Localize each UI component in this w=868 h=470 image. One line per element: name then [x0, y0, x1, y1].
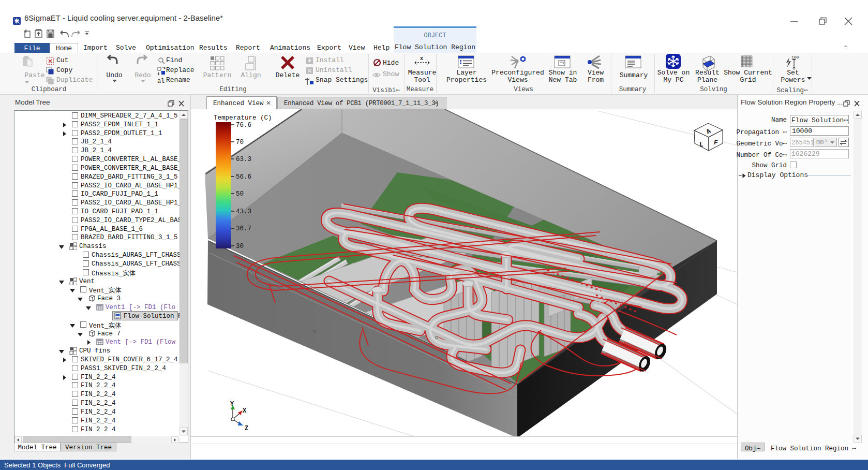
- svg-text:76.6: 76.6: [236, 122, 251, 129]
- svg-text:Y: Y: [230, 401, 234, 408]
- svg-text:Z: Z: [245, 425, 248, 432]
- svg-text:56.6: 56.6: [236, 173, 251, 181]
- svg-text:100: 100: [791, 55, 799, 60]
- svg-text:Temperature (C): Temperature (C): [214, 114, 272, 122]
- svg-text:36.7: 36.7: [236, 225, 251, 232]
- svg-text:30: 30: [236, 243, 244, 250]
- svg-text:L: L: [699, 141, 704, 149]
- svg-text:50: 50: [236, 190, 244, 198]
- svg-text:70: 70: [236, 139, 244, 146]
- svg-text:x: x: [420, 56, 423, 62]
- svg-text:X: X: [243, 407, 247, 415]
- svg-text:l: l: [161, 78, 164, 85]
- svg-text:43.3: 43.3: [236, 208, 251, 215]
- svg-text:63.3: 63.3: [236, 156, 251, 163]
